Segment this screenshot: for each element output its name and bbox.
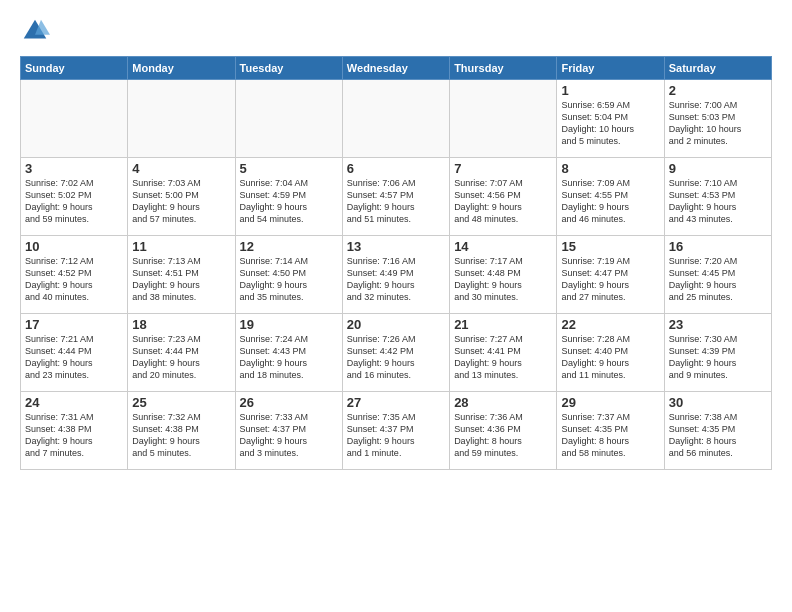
calendar-cell: 12Sunrise: 7:14 AM Sunset: 4:50 PM Dayli… <box>235 236 342 314</box>
day-number: 11 <box>132 239 230 254</box>
calendar-cell: 8Sunrise: 7:09 AM Sunset: 4:55 PM Daylig… <box>557 158 664 236</box>
day-number: 17 <box>25 317 123 332</box>
day-number: 6 <box>347 161 445 176</box>
day-info: Sunrise: 7:38 AM Sunset: 4:35 PM Dayligh… <box>669 411 767 460</box>
calendar-cell: 17Sunrise: 7:21 AM Sunset: 4:44 PM Dayli… <box>21 314 128 392</box>
day-number: 1 <box>561 83 659 98</box>
calendar-cell: 19Sunrise: 7:24 AM Sunset: 4:43 PM Dayli… <box>235 314 342 392</box>
day-number: 20 <box>347 317 445 332</box>
calendar-cell: 23Sunrise: 7:30 AM Sunset: 4:39 PM Dayli… <box>664 314 771 392</box>
logo <box>20 16 54 46</box>
calendar-week-4: 17Sunrise: 7:21 AM Sunset: 4:44 PM Dayli… <box>21 314 772 392</box>
day-number: 14 <box>454 239 552 254</box>
day-info: Sunrise: 7:07 AM Sunset: 4:56 PM Dayligh… <box>454 177 552 226</box>
day-number: 10 <box>25 239 123 254</box>
calendar-cell: 27Sunrise: 7:35 AM Sunset: 4:37 PM Dayli… <box>342 392 449 470</box>
day-info: Sunrise: 7:20 AM Sunset: 4:45 PM Dayligh… <box>669 255 767 304</box>
day-number: 19 <box>240 317 338 332</box>
calendar-week-5: 24Sunrise: 7:31 AM Sunset: 4:38 PM Dayli… <box>21 392 772 470</box>
day-info: Sunrise: 7:36 AM Sunset: 4:36 PM Dayligh… <box>454 411 552 460</box>
calendar-cell: 26Sunrise: 7:33 AM Sunset: 4:37 PM Dayli… <box>235 392 342 470</box>
day-info: Sunrise: 7:32 AM Sunset: 4:38 PM Dayligh… <box>132 411 230 460</box>
calendar-cell: 9Sunrise: 7:10 AM Sunset: 4:53 PM Daylig… <box>664 158 771 236</box>
day-number: 5 <box>240 161 338 176</box>
day-header-friday: Friday <box>557 57 664 80</box>
day-number: 3 <box>25 161 123 176</box>
day-info: Sunrise: 7:35 AM Sunset: 4:37 PM Dayligh… <box>347 411 445 460</box>
day-number: 23 <box>669 317 767 332</box>
calendar-cell: 13Sunrise: 7:16 AM Sunset: 4:49 PM Dayli… <box>342 236 449 314</box>
calendar-cell <box>235 80 342 158</box>
day-header-wednesday: Wednesday <box>342 57 449 80</box>
calendar-cell: 15Sunrise: 7:19 AM Sunset: 4:47 PM Dayli… <box>557 236 664 314</box>
day-number: 9 <box>669 161 767 176</box>
day-info: Sunrise: 7:00 AM Sunset: 5:03 PM Dayligh… <box>669 99 767 148</box>
day-info: Sunrise: 7:16 AM Sunset: 4:49 PM Dayligh… <box>347 255 445 304</box>
calendar-cell: 25Sunrise: 7:32 AM Sunset: 4:38 PM Dayli… <box>128 392 235 470</box>
calendar-cell <box>342 80 449 158</box>
day-info: Sunrise: 7:31 AM Sunset: 4:38 PM Dayligh… <box>25 411 123 460</box>
calendar-cell: 3Sunrise: 7:02 AM Sunset: 5:02 PM Daylig… <box>21 158 128 236</box>
calendar-cell: 14Sunrise: 7:17 AM Sunset: 4:48 PM Dayli… <box>450 236 557 314</box>
day-number: 13 <box>347 239 445 254</box>
calendar-cell: 6Sunrise: 7:06 AM Sunset: 4:57 PM Daylig… <box>342 158 449 236</box>
day-info: Sunrise: 7:37 AM Sunset: 4:35 PM Dayligh… <box>561 411 659 460</box>
calendar-cell: 16Sunrise: 7:20 AM Sunset: 4:45 PM Dayli… <box>664 236 771 314</box>
day-number: 22 <box>561 317 659 332</box>
day-number: 25 <box>132 395 230 410</box>
day-info: Sunrise: 7:23 AM Sunset: 4:44 PM Dayligh… <box>132 333 230 382</box>
day-info: Sunrise: 7:13 AM Sunset: 4:51 PM Dayligh… <box>132 255 230 304</box>
calendar-week-2: 3Sunrise: 7:02 AM Sunset: 5:02 PM Daylig… <box>21 158 772 236</box>
calendar-week-3: 10Sunrise: 7:12 AM Sunset: 4:52 PM Dayli… <box>21 236 772 314</box>
calendar-cell: 30Sunrise: 7:38 AM Sunset: 4:35 PM Dayli… <box>664 392 771 470</box>
calendar-cell <box>128 80 235 158</box>
day-number: 30 <box>669 395 767 410</box>
day-info: Sunrise: 7:04 AM Sunset: 4:59 PM Dayligh… <box>240 177 338 226</box>
calendar-cell: 20Sunrise: 7:26 AM Sunset: 4:42 PM Dayli… <box>342 314 449 392</box>
calendar-cell: 21Sunrise: 7:27 AM Sunset: 4:41 PM Dayli… <box>450 314 557 392</box>
calendar-cell: 29Sunrise: 7:37 AM Sunset: 4:35 PM Dayli… <box>557 392 664 470</box>
day-info: Sunrise: 7:09 AM Sunset: 4:55 PM Dayligh… <box>561 177 659 226</box>
day-header-saturday: Saturday <box>664 57 771 80</box>
day-info: Sunrise: 7:21 AM Sunset: 4:44 PM Dayligh… <box>25 333 123 382</box>
day-info: Sunrise: 7:10 AM Sunset: 4:53 PM Dayligh… <box>669 177 767 226</box>
day-number: 27 <box>347 395 445 410</box>
calendar-week-1: 1Sunrise: 6:59 AM Sunset: 5:04 PM Daylig… <box>21 80 772 158</box>
calendar-cell: 28Sunrise: 7:36 AM Sunset: 4:36 PM Dayli… <box>450 392 557 470</box>
day-number: 26 <box>240 395 338 410</box>
day-header-tuesday: Tuesday <box>235 57 342 80</box>
day-info: Sunrise: 7:33 AM Sunset: 4:37 PM Dayligh… <box>240 411 338 460</box>
day-number: 2 <box>669 83 767 98</box>
calendar-table: SundayMondayTuesdayWednesdayThursdayFrid… <box>20 56 772 470</box>
calendar-cell: 5Sunrise: 7:04 AM Sunset: 4:59 PM Daylig… <box>235 158 342 236</box>
calendar-cell: 10Sunrise: 7:12 AM Sunset: 4:52 PM Dayli… <box>21 236 128 314</box>
day-info: Sunrise: 7:06 AM Sunset: 4:57 PM Dayligh… <box>347 177 445 226</box>
day-header-monday: Monday <box>128 57 235 80</box>
day-info: Sunrise: 7:03 AM Sunset: 5:00 PM Dayligh… <box>132 177 230 226</box>
day-info: Sunrise: 7:28 AM Sunset: 4:40 PM Dayligh… <box>561 333 659 382</box>
calendar-cell: 18Sunrise: 7:23 AM Sunset: 4:44 PM Dayli… <box>128 314 235 392</box>
day-info: Sunrise: 7:24 AM Sunset: 4:43 PM Dayligh… <box>240 333 338 382</box>
day-info: Sunrise: 6:59 AM Sunset: 5:04 PM Dayligh… <box>561 99 659 148</box>
day-number: 4 <box>132 161 230 176</box>
day-number: 12 <box>240 239 338 254</box>
calendar-cell: 7Sunrise: 7:07 AM Sunset: 4:56 PM Daylig… <box>450 158 557 236</box>
logo-icon <box>20 16 50 46</box>
day-info: Sunrise: 7:19 AM Sunset: 4:47 PM Dayligh… <box>561 255 659 304</box>
day-number: 28 <box>454 395 552 410</box>
day-header-thursday: Thursday <box>450 57 557 80</box>
calendar-cell: 1Sunrise: 6:59 AM Sunset: 5:04 PM Daylig… <box>557 80 664 158</box>
calendar-cell: 24Sunrise: 7:31 AM Sunset: 4:38 PM Dayli… <box>21 392 128 470</box>
day-info: Sunrise: 7:26 AM Sunset: 4:42 PM Dayligh… <box>347 333 445 382</box>
day-number: 18 <box>132 317 230 332</box>
calendar-cell: 2Sunrise: 7:00 AM Sunset: 5:03 PM Daylig… <box>664 80 771 158</box>
page-header <box>20 16 772 46</box>
day-number: 16 <box>669 239 767 254</box>
day-info: Sunrise: 7:12 AM Sunset: 4:52 PM Dayligh… <box>25 255 123 304</box>
calendar-header-row: SundayMondayTuesdayWednesdayThursdayFrid… <box>21 57 772 80</box>
day-number: 7 <box>454 161 552 176</box>
day-number: 8 <box>561 161 659 176</box>
calendar-cell: 4Sunrise: 7:03 AM Sunset: 5:00 PM Daylig… <box>128 158 235 236</box>
day-number: 29 <box>561 395 659 410</box>
day-header-sunday: Sunday <box>21 57 128 80</box>
